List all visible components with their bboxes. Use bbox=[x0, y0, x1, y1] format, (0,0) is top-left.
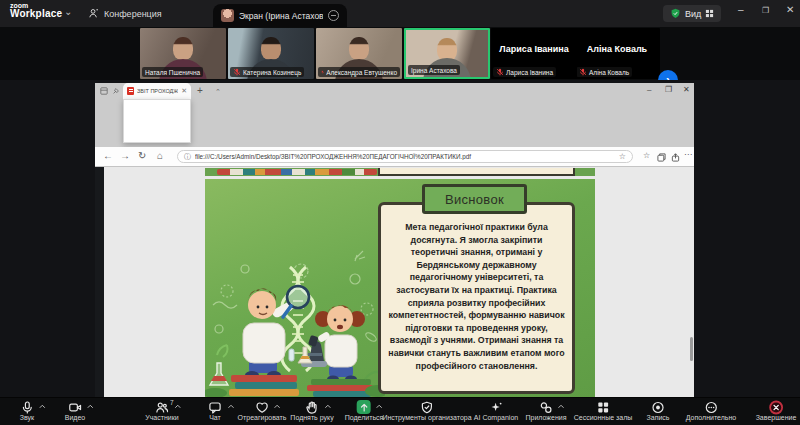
browser-close-button[interactable]: ✕ bbox=[683, 86, 690, 94]
pdf-browser-tab[interactable]: ЗВІТ ПРОХОДЖЕННЯ П ✕ bbox=[123, 83, 191, 99]
forward-icon[interactable]: → bbox=[120, 151, 130, 161]
toolbar-item-label: Дополнительно bbox=[686, 414, 736, 421]
chevron-up-icon[interactable] bbox=[558, 404, 565, 409]
screen-tab-label: Экран (Ірина Астахова) bbox=[239, 11, 323, 21]
toolbar-end-button[interactable]: Завершение bbox=[756, 400, 797, 421]
participant-nameplate: Ірина Астахова bbox=[408, 65, 460, 75]
tab-conference[interactable]: Конференция bbox=[80, 0, 170, 27]
grid-view-icon bbox=[705, 9, 714, 18]
tab-screen-share[interactable]: Экран (Ірина Астахова) bbox=[213, 4, 347, 27]
shield-icon bbox=[420, 401, 433, 414]
toolbar-item-label: Завершение bbox=[756, 414, 797, 421]
home-icon[interactable]: ⌂ bbox=[157, 151, 163, 161]
page-url: file:///C:/Users/Admin/Desktop/ЗВІТ%20ПР… bbox=[195, 153, 615, 160]
toolbar-breakout-button[interactable]: Сессионные залы bbox=[574, 400, 633, 421]
shield-check-icon bbox=[670, 8, 681, 19]
zoom-toolbar: Звук Видео 7 Участники Чат bbox=[0, 397, 800, 425]
pin-tab-icon[interactable] bbox=[112, 87, 120, 95]
conference-tab-label: Конференция bbox=[104, 9, 162, 19]
chevron-up-icon[interactable] bbox=[39, 404, 46, 409]
chevron-up-icon[interactable] bbox=[87, 404, 94, 409]
toolbar-more-button[interactable]: Дополнительно bbox=[686, 400, 736, 421]
toolbar-item-label: Поднять руку bbox=[290, 414, 333, 421]
camera-icon bbox=[68, 401, 81, 414]
collapse-tab-icon[interactable] bbox=[328, 10, 339, 21]
previous-page-art bbox=[217, 169, 377, 175]
toolbar-item-label: Чат bbox=[209, 414, 222, 421]
participant-tile[interactable]: Ірина Астахова bbox=[404, 28, 490, 79]
mic-muted-icon bbox=[496, 68, 504, 76]
toolbar-item-label: Видео bbox=[65, 414, 85, 421]
share-page-icon[interactable] bbox=[671, 153, 680, 162]
chat-icon bbox=[209, 401, 222, 414]
collections-icon[interactable] bbox=[657, 153, 666, 162]
view-button-label: Вид bbox=[685, 9, 701, 19]
favorites-icon[interactable]: ☆ bbox=[643, 152, 650, 160]
toolbar-shield-button[interactable]: Инструменты организатора bbox=[382, 400, 471, 421]
view-button[interactable]: Вид bbox=[663, 5, 721, 22]
tab-search-caret-icon[interactable]: ⌃ bbox=[215, 88, 221, 96]
browser-minimize-button[interactable]: – bbox=[647, 86, 651, 94]
toolbar-item-label: Приложения bbox=[526, 414, 567, 421]
slide-body-text: Мета педагогічної практики була досягнут… bbox=[388, 221, 565, 372]
new-tab-button[interactable]: + bbox=[197, 86, 203, 96]
participant-nameplate: Аліна Коваль bbox=[576, 67, 632, 77]
close-button[interactable]: ✕ bbox=[786, 5, 794, 15]
edge-browser-window: ЗВІТ ПРОХОДЖЕННЯ П ✕ + ⌃ – ❐ ✕ ← → ↻ ⌂ ⓘ… bbox=[95, 83, 694, 397]
participant-tile[interactable]: Александра Евтушенко bbox=[316, 28, 402, 79]
participant-tile[interactable]: Катерина Козинець bbox=[228, 28, 314, 79]
toolbar-item-label: Отреагировать bbox=[238, 414, 287, 421]
participant-tile[interactable]: Лариса Іванина Лариса Іванина bbox=[491, 28, 577, 79]
mic-muted-icon bbox=[579, 68, 587, 76]
chevron-up-icon[interactable] bbox=[174, 404, 181, 409]
browser-tab-strip: ЗВІТ ПРОХОДЖЕННЯ П ✕ + ⌃ – ❐ ✕ bbox=[95, 83, 694, 147]
participant-nameplate: Александра Евтушенко bbox=[318, 67, 400, 77]
toolbar-mic-button[interactable]: Звук bbox=[20, 400, 34, 421]
toolbar-chat-button[interactable]: Чат bbox=[209, 400, 222, 421]
participant-name: Наталя Пшенична bbox=[145, 69, 200, 76]
maximize-button[interactable]: ❐ bbox=[762, 7, 769, 15]
toolbar-hand-button[interactable]: Поднять руку bbox=[290, 400, 333, 421]
participant-name-centered: Аліна Коваль bbox=[574, 44, 660, 54]
participant-name: Аліна Коваль bbox=[589, 69, 629, 76]
toolbar-participants-button[interactable]: 7 Участники bbox=[145, 400, 178, 421]
browser-urlbar: ← → ↻ ⌂ ⓘ file:///C:/Users/Admin/Desktop… bbox=[95, 147, 694, 167]
tab-preview-panel bbox=[123, 99, 191, 143]
chevron-down-icon[interactable]: ⌄ bbox=[64, 6, 72, 17]
breakout-icon bbox=[596, 401, 609, 414]
settings-dots-icon[interactable]: ⋯ bbox=[684, 151, 692, 159]
pdf-scrollbar-thumb[interactable] bbox=[690, 337, 693, 361]
reload-icon[interactable]: ↻ bbox=[138, 151, 146, 161]
participant-name: Ірина Астахова bbox=[411, 67, 457, 74]
minimize-button[interactable]: – bbox=[738, 5, 744, 15]
toolbar-record-button[interactable]: Запись bbox=[647, 400, 670, 421]
bookmark-star-icon[interactable]: ☆ bbox=[619, 152, 626, 161]
chevron-up-icon[interactable] bbox=[227, 404, 234, 409]
pdf-scrollbar[interactable] bbox=[690, 167, 693, 397]
previous-page-textbox-bottom bbox=[378, 168, 575, 176]
tab-list-icon[interactable] bbox=[100, 87, 108, 95]
toolbar-item-label: Поделиться bbox=[345, 414, 384, 421]
toolbar-share-button[interactable]: Поделиться bbox=[345, 400, 384, 421]
toolbar-item-label: Звук bbox=[20, 414, 34, 421]
toolbar-sparkle-button[interactable]: AI Companion bbox=[474, 400, 518, 421]
participants-icon bbox=[155, 401, 168, 414]
mic-muted-icon bbox=[321, 68, 324, 76]
browser-restore-button[interactable]: ❐ bbox=[665, 86, 672, 94]
participant-tile[interactable]: Аліна Коваль Аліна Коваль bbox=[574, 28, 660, 79]
address-field[interactable]: ⓘ file:///C:/Users/Admin/Desktop/ЗВІТ%20… bbox=[177, 150, 633, 163]
pdf-viewer: Висновок Мета педагогічної практики була… bbox=[95, 167, 694, 397]
back-icon[interactable]: ← bbox=[103, 151, 113, 161]
slide-title: Висновок bbox=[445, 192, 504, 207]
close-tab-icon[interactable]: ✕ bbox=[181, 87, 187, 95]
participant-name: Катерина Козинець bbox=[243, 69, 301, 76]
meeting-person-icon bbox=[88, 8, 99, 19]
page-info-icon[interactable]: ⓘ bbox=[184, 152, 191, 162]
chevron-up-icon[interactable] bbox=[274, 404, 281, 409]
participant-tile[interactable]: Наталя Пшенична bbox=[140, 28, 226, 79]
logo-text-bottom: Workplace bbox=[10, 9, 62, 19]
toolbar-camera-button[interactable]: Видео bbox=[65, 400, 85, 421]
toolbar-heart-button[interactable]: Отреагировать bbox=[238, 400, 287, 421]
toolbar-apps-button[interactable]: Приложения bbox=[526, 400, 567, 421]
chevron-up-icon[interactable] bbox=[324, 404, 331, 409]
